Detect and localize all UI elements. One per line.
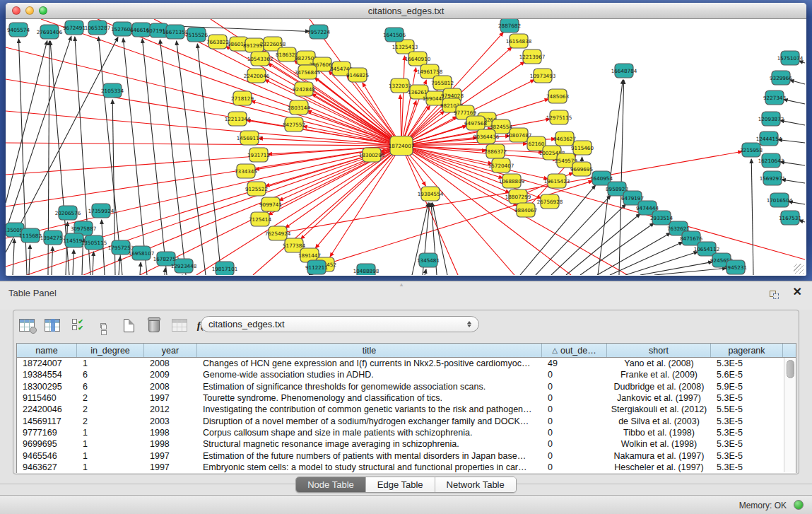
table-cell[interactable]: 14569117	[17, 416, 77, 426]
delete-table-icon[interactable]	[170, 316, 189, 334]
network-window-titlebar[interactable]: citations_edges.txt	[6, 3, 806, 19]
graph-node[interactable]: 16210643	[758, 153, 784, 168]
table-cell[interactable]: 2009	[144, 370, 197, 380]
graph-node[interactable]: 1945231	[724, 260, 747, 274]
graph-node[interactable]: 7125414	[249, 212, 271, 226]
graph-node[interactable]: 17016504	[767, 193, 793, 207]
table-cell[interactable]: 49	[542, 358, 607, 368]
graph-node[interactable]: 15692971	[760, 171, 786, 185]
graph-node[interactable]: 26756928	[537, 194, 563, 209]
column-header-out_de[interactable]: △out_de…	[542, 344, 607, 357]
table-cell[interactable]: 2	[77, 416, 144, 426]
table-cell[interactable]: 18300295	[17, 382, 77, 392]
table-cell[interactable]: Structural magnetic resonance image aver…	[197, 439, 542, 449]
table-row[interactable]: 946554611997Estimation of the future num…	[17, 450, 796, 461]
graph-node[interactable]: 1167531	[779, 211, 801, 225]
table-cell[interactable]: 9699695	[17, 439, 77, 449]
graph-node[interactable]: 9115460	[571, 141, 594, 155]
graph-node[interactable]: 18724007	[389, 136, 415, 156]
graph-node[interactable]: 9699695	[570, 162, 593, 176]
column-header-short[interactable]: short	[607, 344, 711, 357]
graph-node[interactable]: 1931712	[247, 148, 270, 162]
table-cell[interactable]: Corpus callosum shape and size in male p…	[197, 428, 542, 438]
table-cell[interactable]: 5.3E-5	[711, 439, 783, 449]
graph-node[interactable]: 7957224	[307, 25, 330, 39]
graph-node[interactable]: 10688809	[499, 174, 525, 188]
graph-node[interactable]: 12213967	[519, 49, 546, 64]
scrollbar-thumb[interactable]	[787, 360, 794, 378]
graph-node[interactable]: 19384554	[418, 187, 444, 201]
graph-node[interactable]: 2105334	[101, 83, 124, 98]
graph-node[interactable]: 7334345	[235, 164, 257, 178]
graph-node[interactable]: 34756845	[295, 65, 321, 79]
table-row[interactable]: 969969511998Structural magnetic resonanc…	[17, 438, 796, 450]
minimize-traffic-light-icon[interactable]	[25, 6, 34, 15]
network-canvas[interactable]: 1872400718300295986012389129542322605810…	[6, 19, 805, 275]
table-cell[interactable]: Yano et al. (2008)	[607, 358, 711, 368]
graph-node[interactable]: 17359924	[88, 204, 114, 218]
table-cell[interactable]: 1997	[144, 462, 197, 472]
tab-network-table[interactable]: Network Table	[435, 477, 516, 492]
table-cell[interactable]: 9463627	[17, 462, 77, 472]
table-row[interactable]: 1830029562008Estimation of significance …	[17, 381, 796, 392]
graph-node[interactable]: 9125522	[245, 182, 268, 196]
table-cell[interactable]: 2008	[144, 382, 197, 392]
table-cell[interactable]: 5.3E-5	[711, 462, 783, 472]
graph-node[interactable]: 12444154	[756, 132, 782, 146]
table-cell[interactable]: 1	[77, 451, 144, 461]
graph-node[interactable]: 2803144	[288, 100, 310, 115]
table-row[interactable]: 1872400712008Changes of HCN gene express…	[17, 358, 796, 369]
table-cell[interactable]: 5.3E-5	[711, 393, 783, 403]
table-cell[interactable]: Investigating the contribution of common…	[197, 404, 542, 414]
close-traffic-light-icon[interactable]	[12, 6, 20, 15]
graph-node[interactable]: 10543362	[247, 52, 273, 66]
table-cell[interactable]: 6	[77, 370, 144, 380]
graph-node[interactable]: 10973493	[530, 69, 556, 83]
graph-node[interactable]: 7663822	[206, 35, 229, 49]
graph-node[interactable]: 14569117	[237, 131, 263, 145]
table-cell[interactable]: 1998	[144, 439, 197, 449]
graph-node[interactable]: 19817101	[212, 262, 238, 275]
column-header-name[interactable]: name	[17, 344, 77, 357]
column-header-in_degree[interactable]: in_degree	[77, 344, 144, 357]
window-resize-grip[interactable]	[794, 264, 804, 274]
graph-node[interactable]: 18807299	[505, 189, 531, 204]
graph-node[interactable]: 13942757	[40, 230, 66, 245]
graph-node[interactable]: 1115682	[19, 228, 42, 243]
table-cell[interactable]: 6	[77, 382, 144, 392]
graph-node[interactable]: 7955812	[431, 76, 454, 90]
graph-node[interactable]: 20364436	[473, 129, 500, 144]
graph-node[interactable]: 9884067	[514, 203, 537, 217]
graph-node[interactable]: 16648784	[611, 64, 637, 78]
graph-node[interactable]: 12213344	[225, 112, 251, 126]
table-cell[interactable]: 0	[542, 382, 607, 392]
table-cell[interactable]: 2012	[144, 404, 197, 414]
table-cell[interactable]: 1	[77, 428, 144, 438]
table-cell[interactable]: Tourette syndrome. Phenomenology and cla…	[197, 393, 542, 403]
table-cell[interactable]: 19384554	[17, 370, 77, 380]
graph-node[interactable]: 9463627	[553, 132, 576, 146]
graph-node[interactable]: 12093872	[758, 112, 784, 126]
table-cell[interactable]: 0	[542, 393, 607, 403]
table-cell[interactable]: Jankovic et al. (1997)	[607, 393, 711, 403]
graph-node[interactable]: 9112211	[305, 260, 328, 274]
graph-node[interactable]: 2887682	[498, 19, 521, 33]
table-row[interactable]: 946362711997Embryonic stem cells: a mode…	[17, 462, 796, 473]
row-height-icon[interactable]	[94, 316, 112, 334]
table-cell[interactable]: 2	[77, 393, 144, 403]
graph-node[interactable]: 9227343	[763, 90, 786, 105]
table-select-dropdown[interactable]: citations_edges.txt	[201, 316, 479, 332]
table-cell[interactable]: Stergiakouli et al. (2012)	[607, 404, 711, 414]
graph-node[interactable]: 22420046	[244, 69, 270, 83]
graph-node[interactable]: 13505115	[81, 235, 107, 250]
graph-node[interactable]: 16640910	[405, 52, 431, 66]
tab-edge-table[interactable]: Edge Table	[366, 477, 435, 492]
table-cell[interactable]: 0	[542, 428, 607, 438]
graph-node[interactable]: 12975115	[546, 110, 572, 124]
table-cell[interactable]: 2	[77, 404, 144, 414]
graph-node[interactable]: 19615423	[544, 174, 570, 188]
splitter-handle-icon[interactable]: ▴	[397, 282, 406, 287]
graph-node[interactable]: 20206576	[55, 206, 81, 220]
graph-node[interactable]: 3215958	[740, 143, 763, 157]
graph-node[interactable]: 8427552	[283, 117, 305, 132]
